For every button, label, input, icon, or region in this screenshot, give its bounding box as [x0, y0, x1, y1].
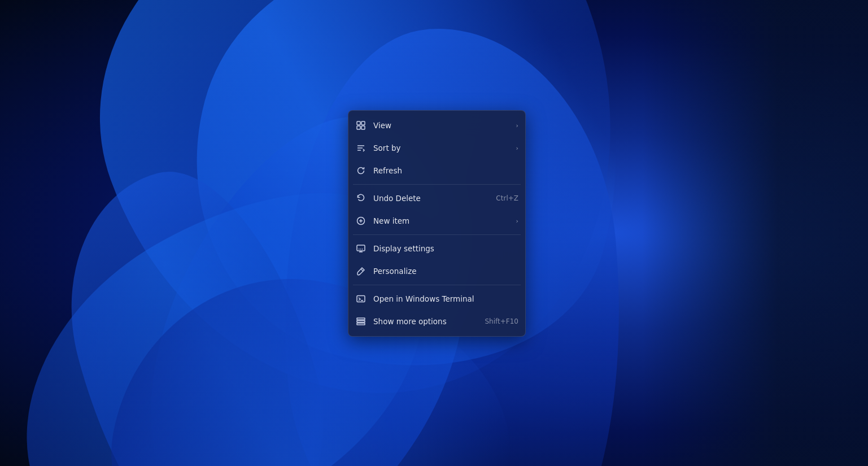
menu-item-undo-delete-label: Undo Delete	[373, 194, 491, 203]
menu-item-personalize[interactable]: Personalize	[348, 260, 525, 282]
menu-item-display-settings[interactable]: Display settings	[348, 237, 525, 260]
menu-item-refresh[interactable]: Refresh	[348, 159, 525, 182]
menu-item-open-terminal-label: Open in Windows Terminal	[373, 294, 518, 303]
svg-rect-14	[357, 296, 365, 302]
divider-2	[353, 234, 521, 235]
svg-rect-3	[361, 126, 365, 129]
more-options-icon	[355, 316, 367, 327]
menu-item-new-item[interactable]: New item ›	[348, 210, 525, 232]
svg-rect-2	[357, 126, 360, 129]
svg-rect-16	[357, 318, 365, 320]
svg-rect-17	[357, 321, 365, 323]
menu-item-new-item-label: New item	[373, 216, 512, 225]
display-icon	[355, 243, 367, 254]
menu-item-view[interactable]: View ›	[348, 114, 525, 137]
menu-item-sort-by-label: Sort by	[373, 143, 512, 153]
menu-item-refresh-label: Refresh	[373, 166, 518, 175]
menu-item-view-label: View	[373, 121, 512, 130]
sort-icon	[355, 142, 367, 154]
menu-item-display-settings-label: Display settings	[373, 244, 518, 253]
menu-item-sort-by[interactable]: Sort by ›	[348, 137, 525, 159]
dark-overlay	[642, 0, 868, 466]
show-more-shortcut: Shift+F10	[485, 317, 518, 325]
undo-delete-shortcut: Ctrl+Z	[496, 194, 518, 202]
divider-3	[353, 285, 521, 285]
grid-icon	[355, 120, 367, 131]
context-menu: View › Sort by › Refresh	[348, 110, 526, 337]
undo-icon	[355, 193, 367, 204]
brush-icon	[355, 265, 367, 277]
chevron-right-icon-3: ›	[516, 217, 518, 225]
menu-item-show-more[interactable]: Show more options Shift+F10	[348, 310, 525, 333]
refresh-icon	[355, 165, 367, 176]
menu-item-personalize-label: Personalize	[373, 267, 518, 276]
svg-rect-10	[357, 245, 365, 251]
menu-item-show-more-label: Show more options	[373, 317, 480, 326]
plus-circle-icon	[355, 215, 367, 227]
svg-rect-0	[357, 121, 360, 125]
svg-rect-1	[361, 121, 365, 125]
chevron-right-icon: ›	[516, 122, 518, 129]
chevron-right-icon-2: ›	[516, 145, 518, 152]
menu-item-open-terminal[interactable]: Open in Windows Terminal	[348, 288, 525, 310]
menu-item-undo-delete[interactable]: Undo Delete Ctrl+Z	[348, 187, 525, 210]
svg-rect-18	[357, 323, 365, 325]
divider-1	[353, 184, 521, 185]
terminal-icon	[355, 293, 367, 304]
